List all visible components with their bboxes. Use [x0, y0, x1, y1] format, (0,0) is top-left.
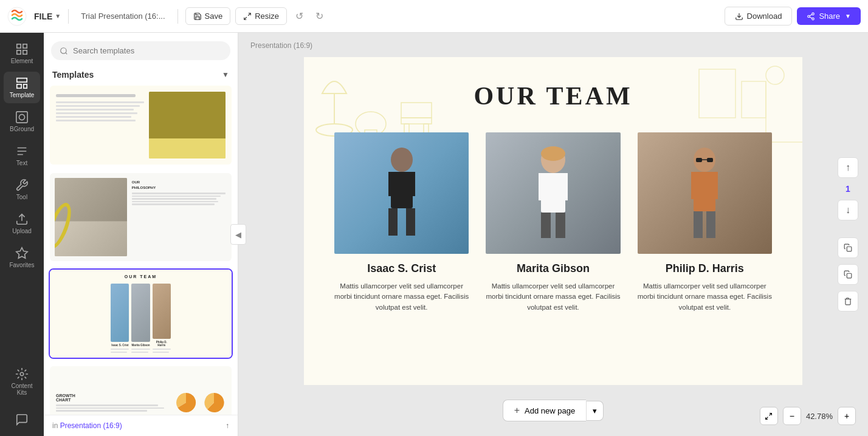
panel-search-area: [44, 33, 238, 65]
add-page-button[interactable]: + Add new page: [503, 400, 586, 421]
favorites-icon: [15, 247, 29, 260]
sidebar-tool-label: Tool: [16, 194, 27, 200]
sidebar-item-bground[interactable]: BGround: [4, 106, 40, 137]
team-member-3-name: Philip D. Harris: [638, 262, 772, 275]
scroll-up-button[interactable]: ↑: [838, 157, 858, 178]
plus-icon: +: [514, 405, 520, 416]
add-page-caret-button[interactable]: ▾: [586, 401, 604, 421]
svg-line-8: [810, 14, 812, 15]
svg-rect-56: [706, 211, 715, 238]
zoom-in-button[interactable]: +: [838, 407, 856, 425]
svg-point-6: [812, 18, 815, 20]
team-member-1-name: Isaac S. Crist: [334, 262, 469, 275]
template-item-1[interactable]: [49, 84, 233, 166]
svg-rect-49: [556, 213, 565, 238]
svg-rect-57: [696, 158, 702, 162]
chart-1: [174, 391, 198, 414]
team-member-3-desc: Mattis ullamcorper velit sed ullamcorper…: [638, 281, 772, 313]
svg-rect-55: [694, 211, 703, 238]
search-input[interactable]: [73, 46, 222, 55]
zoom-out-button[interactable]: −: [783, 407, 801, 425]
svg-line-1: [248, 13, 250, 15]
upload-icon: [15, 213, 29, 226]
tool-icon: [15, 179, 29, 192]
main-area: Element Template BGround Text Tool Uploa…: [0, 33, 868, 436]
templates-collapse-icon[interactable]: ▼: [222, 70, 229, 79]
panel-footer: in Presentation (16:9) ↑: [44, 415, 238, 436]
sidebar-item-upload[interactable]: Upload: [4, 208, 40, 239]
template-item-3[interactable]: OUR TEAM Isaac S. Crist Marita Gibson: [49, 268, 233, 359]
template-item-4[interactable]: GROWTHCHART: [49, 365, 233, 415]
svg-point-5: [808, 15, 810, 18]
copy-style-button[interactable]: [838, 237, 858, 258]
add-page-group: + Add new page ▾: [503, 400, 604, 421]
template-item-2[interactable]: OUR PHILOSOPHY: [49, 172, 233, 262]
delete-button[interactable]: [838, 291, 858, 312]
sidebar-item-element[interactable]: Element: [4, 38, 40, 69]
redo-button[interactable]: ↻: [312, 7, 327, 26]
text-icon: [15, 145, 29, 158]
sidebar-text-label: Text: [16, 160, 27, 166]
separator-1: [68, 9, 69, 24]
duplicate-button[interactable]: [838, 264, 858, 285]
save-label: Save: [205, 12, 223, 21]
sidebar-item-favorites[interactable]: Favorites: [4, 242, 40, 273]
svg-rect-41: [409, 172, 415, 196]
save-button[interactable]: Save: [185, 7, 231, 25]
svg-rect-14: [17, 84, 21, 88]
slide[interactable]: OUR TEAM: [304, 57, 802, 385]
svg-rect-58: [707, 158, 713, 162]
sidebar-item-template[interactable]: Template: [4, 72, 40, 103]
svg-point-4: [812, 13, 815, 15]
svg-line-63: [766, 417, 768, 419]
svg-rect-9: [17, 44, 21, 48]
copy-style-icon: [844, 244, 852, 252]
svg-rect-29: [401, 118, 432, 124]
element-icon: [15, 43, 29, 56]
svg-rect-13: [17, 78, 27, 82]
scroll-down-button[interactable]: ↓: [838, 200, 858, 220]
panel-footer-link[interactable]: Presentation (16:9): [60, 421, 122, 430]
template-list: OUR PHILOSOPHY OUR TEAM: [44, 84, 238, 415]
panel-footer-up-icon[interactable]: ↑: [226, 421, 229, 430]
share-button[interactable]: Share ▼: [797, 7, 861, 25]
download-label: Download: [747, 12, 782, 21]
sidebar-item-content-kits[interactable]: Content Kits: [4, 363, 40, 401]
svg-rect-40: [388, 172, 394, 196]
svg-rect-46: [539, 173, 545, 200]
sidebar-item-chat[interactable]: [4, 408, 40, 431]
search-box: [51, 41, 230, 60]
icon-nav: Element Template BGround Text Tool Uploa…: [0, 33, 44, 436]
team-member-2-desc: Mattis ullamcorper velit sed ullamcorper…: [486, 281, 620, 313]
download-icon: [735, 12, 743, 21]
sidebar-upload-label: Upload: [12, 228, 32, 234]
file-caret-icon: ▼: [55, 13, 61, 19]
sidebar-content-kits-label: Content Kits: [7, 383, 36, 396]
topbar: FILE ▼ Trial Presentation (16:... Save R…: [0, 0, 868, 33]
undo-button[interactable]: ↺: [292, 7, 307, 26]
sidebar-template-label: Template: [10, 92, 35, 98]
svg-point-17: [19, 114, 24, 120]
canvas-area: Presentation (16:9): [238, 33, 868, 436]
team-member-1: Isaac S. Crist Mattis ullamcorper velit …: [334, 132, 469, 313]
svg-point-50: [541, 146, 565, 161]
svg-rect-12: [23, 50, 27, 54]
svg-point-38: [391, 148, 413, 172]
download-button[interactable]: Download: [725, 7, 793, 26]
sidebar-item-tool[interactable]: Tool: [4, 174, 40, 205]
chat-icon: [15, 413, 29, 426]
add-page-label: Add new page: [525, 406, 575, 415]
file-menu[interactable]: FILE ▼: [34, 12, 61, 21]
right-controls: ↑ 1 ↓: [838, 157, 858, 312]
person-2-illustration: [529, 145, 577, 242]
person-3-illustration: [680, 145, 729, 242]
fullscreen-button[interactable]: [760, 407, 778, 425]
share-label: Share: [819, 12, 840, 21]
content-kits-icon: [15, 367, 29, 381]
sidebar-item-text[interactable]: Text: [4, 140, 40, 171]
resize-icon: [243, 12, 252, 21]
panel-collapse-button[interactable]: ◀: [230, 224, 246, 245]
resize-button[interactable]: Resize: [235, 7, 287, 25]
team-member-2-name: Marita Gibson: [486, 262, 620, 275]
svg-rect-47: [562, 173, 568, 200]
